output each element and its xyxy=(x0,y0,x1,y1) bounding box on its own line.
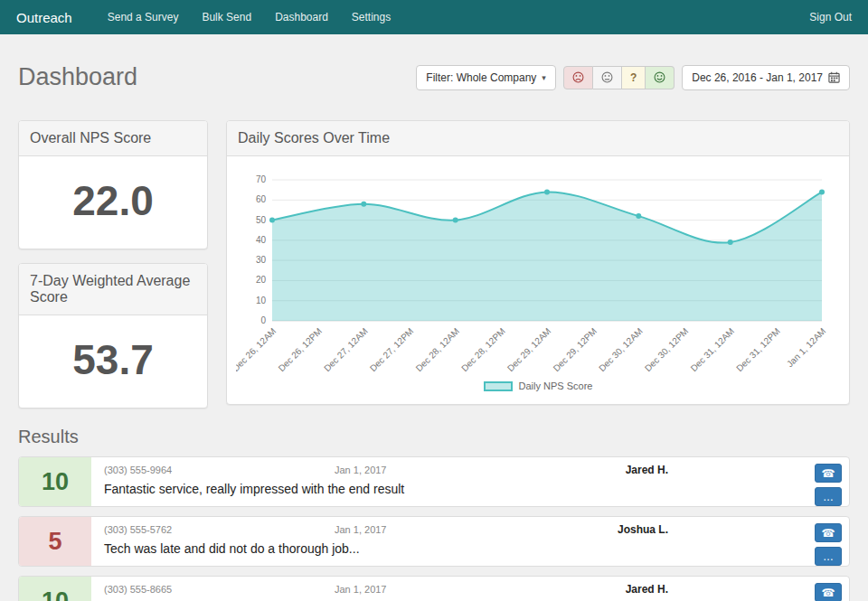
svg-text:20: 20 xyxy=(256,276,267,286)
page-title: Dashboard xyxy=(18,63,137,91)
result-comment: Fantastic service, really impressed with… xyxy=(104,482,795,496)
company-filter-dropdown[interactable]: Filter: Whole Company ▾ xyxy=(416,65,556,90)
nav-item-send-a-survey[interactable]: Send a Survey xyxy=(96,0,191,34)
score-cards-column: Overall NPS Score 22.0 7-Day Weighted Av… xyxy=(18,120,208,408)
svg-text:50: 50 xyxy=(256,215,267,225)
result-main: (303) 555-9964 Jan 1, 2017 Jared H. Fant… xyxy=(91,457,849,506)
result-name: Jared H. xyxy=(626,583,668,596)
svg-text:Dec 27, 12AM: Dec 27, 12AM xyxy=(322,326,370,374)
date-range-picker[interactable]: Dec 26, 2016 - Jan 1, 2017 xyxy=(682,65,850,90)
legend-swatch xyxy=(484,381,513,391)
nav-item-bulk-send[interactable]: Bulk Send xyxy=(190,0,263,34)
smile-icon xyxy=(654,71,665,83)
weighted-average-title: 7-Day Weighted Average Score xyxy=(19,264,207,315)
result-meta: (303) 555-9964 Jan 1, 2017 Jared H. xyxy=(104,464,795,476)
promoter-filter-button[interactable] xyxy=(646,66,675,89)
nav-links: Send a Survey Bulk Send Dashboard Settin… xyxy=(96,0,403,34)
sign-out-link[interactable]: Sign Out xyxy=(809,11,852,23)
weighted-average-value: 53.7 xyxy=(19,315,207,408)
result-actions: ☎ … xyxy=(815,583,842,601)
result-date: Jan 1, 2017 xyxy=(335,465,626,475)
call-button[interactable]: ☎ xyxy=(815,523,842,542)
result-row: 10 (303) 555-8665 Jan 1, 2017 Jared H. ☎… xyxy=(18,576,850,601)
svg-text:Dec 29, 12PM: Dec 29, 12PM xyxy=(552,326,599,374)
calendar-icon xyxy=(828,71,840,83)
result-main: (303) 555-8665 Jan 1, 2017 Jared H. xyxy=(91,577,849,601)
svg-text:Dec 26, 12PM: Dec 26, 12PM xyxy=(277,326,325,374)
overall-nps-card: Overall NPS Score 22.0 xyxy=(18,120,208,249)
svg-text:Dec 29, 12AM: Dec 29, 12AM xyxy=(505,326,553,374)
svg-text:40: 40 xyxy=(256,235,267,245)
svg-text:60: 60 xyxy=(256,194,267,204)
result-phone: (303) 555-8665 xyxy=(104,584,335,595)
svg-text:Dec 28, 12PM: Dec 28, 12PM xyxy=(459,326,507,374)
svg-text:30: 30 xyxy=(256,255,267,265)
phone-icon: ☎ xyxy=(822,528,835,539)
svg-text:70: 70 xyxy=(256,174,267,184)
result-meta: (303) 555-8665 Jan 1, 2017 Jared H. xyxy=(104,583,795,596)
phone-icon: ☎ xyxy=(822,468,835,479)
nav-item-settings[interactable]: Settings xyxy=(340,0,402,34)
result-comment: Tech was late and did not do a thorough … xyxy=(104,541,795,556)
brand-link[interactable]: Outreach xyxy=(16,10,72,25)
more-options-button[interactable]: … xyxy=(815,547,842,566)
ellipsis-icon: … xyxy=(823,551,834,562)
svg-text:Dec 30, 12AM: Dec 30, 12AM xyxy=(597,326,645,374)
passive-filter-button[interactable] xyxy=(593,66,622,89)
svg-text:Dec 30, 12PM: Dec 30, 12PM xyxy=(643,326,691,374)
score-badge: 10 xyxy=(19,577,91,601)
navbar: Outreach Send a Survey Bulk Send Dashboa… xyxy=(0,0,868,34)
result-name: Jared H. xyxy=(626,464,668,476)
chart-legend[interactable]: Daily NPS Score xyxy=(236,380,840,391)
date-range-label: Dec 26, 2016 - Jan 1, 2017 xyxy=(692,71,823,84)
company-filter-label: Filter: Whole Company xyxy=(426,71,536,84)
svg-text:0: 0 xyxy=(260,315,266,325)
svg-text:Dec 28, 12AM: Dec 28, 12AM xyxy=(414,326,462,374)
unknown-filter-button[interactable]: ? xyxy=(622,66,646,89)
svg-text:Dec 27, 12PM: Dec 27, 12PM xyxy=(368,326,416,374)
result-phone: (303) 555-5762 xyxy=(104,524,335,535)
result-row: 10 (303) 555-9964 Jan 1, 2017 Jared H. F… xyxy=(18,456,850,507)
more-options-button[interactable]: … xyxy=(815,487,842,506)
svg-text:Dec 31, 12AM: Dec 31, 12AM xyxy=(689,326,737,374)
results-title: Results xyxy=(18,427,850,447)
ellipsis-icon: … xyxy=(823,492,834,502)
svg-text:Dec 26, 12AM: Dec 26, 12AM xyxy=(236,326,278,374)
legend-label: Daily NPS Score xyxy=(519,380,593,391)
chart-body: 010203040506070Dec 26, 12AMDec 26, 12PMD… xyxy=(227,156,849,404)
result-phone: (303) 555-9964 xyxy=(104,465,335,475)
svg-text:Dec 31, 12PM: Dec 31, 12PM xyxy=(734,326,782,374)
overall-nps-title: Overall NPS Score xyxy=(19,121,207,156)
svg-text:Jan 1, 12AM: Jan 1, 12AM xyxy=(785,326,827,369)
score-badge: 5 xyxy=(19,517,91,566)
phone-icon: ☎ xyxy=(822,587,835,598)
page-header: Dashboard Filter: Whole Company ▾ xyxy=(18,47,850,108)
dashboard-cards-row: Overall NPS Score 22.0 7-Day Weighted Av… xyxy=(18,120,850,408)
chart-title: Daily Scores Over Time xyxy=(227,121,849,156)
score-badge: 10 xyxy=(19,457,91,506)
toolbar: Filter: Whole Company ▾ xyxy=(416,65,850,90)
result-date: Jan 1, 2017 xyxy=(335,584,626,595)
question-mark: ? xyxy=(630,71,637,84)
daily-scores-chart: 010203040506070Dec 26, 12AMDec 26, 12PMD… xyxy=(236,165,840,375)
result-name: Joshua L. xyxy=(618,523,668,536)
svg-text:10: 10 xyxy=(256,296,267,305)
call-button[interactable]: ☎ xyxy=(815,583,842,601)
score-filter-group: ? xyxy=(563,66,675,89)
result-date: Jan 1, 2017 xyxy=(335,524,618,535)
frown-icon xyxy=(572,71,584,83)
daily-scores-card: Daily Scores Over Time 010203040506070De… xyxy=(226,120,850,405)
detractor-filter-button[interactable] xyxy=(563,66,593,89)
result-row: 5 (303) 555-5762 Jan 1, 2017 Joshua L. T… xyxy=(18,516,850,567)
call-button[interactable]: ☎ xyxy=(815,464,842,483)
weighted-average-card: 7-Day Weighted Average Score 53.7 xyxy=(18,263,208,408)
chevron-down-icon: ▾ xyxy=(542,73,546,82)
result-main: (303) 555-5762 Jan 1, 2017 Joshua L. Tec… xyxy=(91,517,849,566)
result-meta: (303) 555-5762 Jan 1, 2017 Joshua L. xyxy=(104,523,795,536)
main-content: Dashboard Filter: Whole Company ▾ xyxy=(0,47,868,601)
result-actions: ☎ … xyxy=(815,523,842,566)
result-actions: ☎ … xyxy=(815,464,842,506)
overall-nps-value: 22.0 xyxy=(19,156,207,249)
nav-item-dashboard[interactable]: Dashboard xyxy=(263,0,340,34)
neutral-face-icon xyxy=(601,71,613,83)
